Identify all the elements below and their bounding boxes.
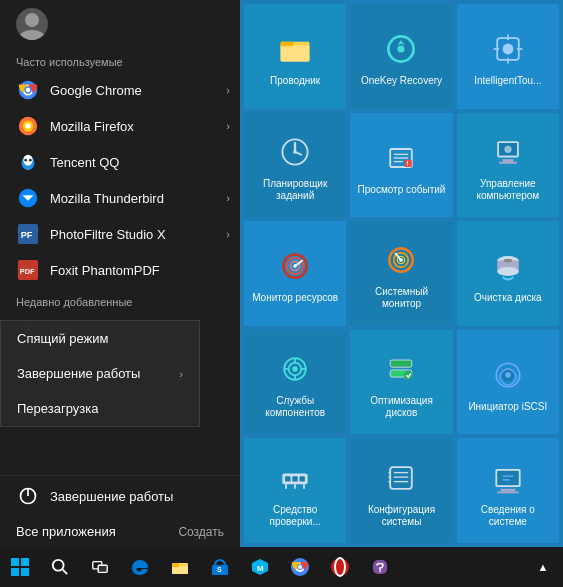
svg-rect-45 <box>499 162 517 164</box>
shutdown-arrow: › <box>179 368 183 380</box>
shutdown-submenu-button[interactable]: Завершение работы › <box>1 356 199 391</box>
power-button[interactable]: Завершение работы <box>0 476 240 516</box>
svg-rect-107 <box>172 563 179 567</box>
power-icon <box>16 484 40 508</box>
svg-rect-44 <box>502 159 513 162</box>
disk-optimizer-tile-icon <box>379 347 423 391</box>
qq-label: Tencent QQ <box>50 155 119 170</box>
bottom-section: Завершение работы Все приложения Создать <box>0 475 240 547</box>
notification-area[interactable]: ▲ <box>523 547 563 587</box>
svg-point-118 <box>379 571 381 573</box>
avatar <box>16 8 48 40</box>
search-button[interactable] <box>40 547 80 587</box>
tile-task-scheduler[interactable]: Планировщик заданий <box>244 113 346 218</box>
user-area[interactable] <box>0 0 240 48</box>
svg-text:S: S <box>217 566 222 573</box>
svg-point-76 <box>505 372 510 377</box>
svg-rect-84 <box>391 467 413 489</box>
tile-sys-config[interactable]: Конфигурация системы <box>350 438 452 543</box>
edge-button[interactable] <box>120 547 160 587</box>
tile-intellitouch[interactable]: IntelligentTou... <box>457 4 559 109</box>
computer-mgmt-tile-label: Управление компьютером <box>461 178 555 202</box>
system-monitor-tile-label: Системный монитор <box>354 286 448 310</box>
power-context-menu: Спящий режим Завершение работы › Перезаг… <box>0 320 200 427</box>
svg-point-57 <box>400 259 404 263</box>
viber-taskbar-button[interactable] <box>360 547 400 587</box>
tile-resource-monitor[interactable]: Монитор ресурсов <box>244 221 346 326</box>
app-chrome[interactable]: Google Chrome › <box>0 72 240 108</box>
svg-point-12 <box>29 159 32 162</box>
svg-rect-98 <box>21 558 29 566</box>
tile-memory-diag[interactable]: Средство проверки... <box>244 438 346 543</box>
chrome-taskbar-button[interactable] <box>280 547 320 587</box>
svg-rect-99 <box>11 568 19 576</box>
restart-button[interactable]: Перезагрузка <box>1 391 199 426</box>
explorer-tile-icon <box>273 27 317 71</box>
svg-rect-23 <box>281 46 310 62</box>
iscsi-tile-label: Инициатор iSCSI <box>468 401 547 413</box>
svg-point-28 <box>502 44 513 55</box>
disk-cleanup-tile-label: Очистка диска <box>474 292 542 304</box>
firefox-arrow: › <box>226 120 230 132</box>
sys-info-tile-label: Сведения о системе <box>461 504 555 528</box>
svg-rect-79 <box>292 476 297 481</box>
memory-diag-tile-icon <box>273 456 317 500</box>
chrome-label: Google Chrome <box>50 83 142 98</box>
opera-taskbar-button[interactable] <box>320 547 360 587</box>
thunderbird-label: Mozilla Thunderbird <box>50 191 164 206</box>
store-taskbar-button[interactable]: S <box>200 547 240 587</box>
system-monitor-tile-icon <box>379 238 423 282</box>
svg-rect-106 <box>172 566 188 574</box>
sleep-button[interactable]: Спящий режим <box>1 321 199 356</box>
svg-line-102 <box>63 570 67 575</box>
explorer-taskbar-button[interactable] <box>160 547 200 587</box>
tile-computer-mgmt[interactable]: Управление компьютером <box>457 113 559 218</box>
svg-point-61 <box>503 259 512 263</box>
svg-rect-69 <box>391 360 413 367</box>
tile-disk-optimizer[interactable]: Оптимизация дисков <box>350 330 452 435</box>
disk-optimizer-tile-label: Оптимизация дисков <box>354 395 448 419</box>
task-scheduler-tile-label: Планировщик заданий <box>248 178 342 202</box>
tile-onekey[interactable]: OneKey Recovery <box>350 4 452 109</box>
create-label: Создать <box>178 525 224 539</box>
svg-point-36 <box>293 150 297 154</box>
tile-disk-cleanup[interactable]: Очистка диска <box>457 221 559 326</box>
tile-system-monitor[interactable]: Системный монитор <box>350 221 452 326</box>
all-apps-row[interactable]: Все приложения Создать <box>0 516 240 547</box>
svg-point-101 <box>53 560 64 571</box>
tiles-panel: Проводник OneKey Recovery <box>240 0 563 547</box>
malwarebytes-button[interactable]: M <box>240 547 280 587</box>
photofiltre-arrow: › <box>226 228 230 240</box>
foxit-icon: PDF <box>16 258 40 282</box>
event-viewer-tile-icon: ! <box>379 136 423 180</box>
svg-rect-24 <box>281 42 294 47</box>
tile-component-services[interactable]: Службы компонентов <box>244 330 346 435</box>
resource-monitor-tile-icon <box>273 244 317 288</box>
app-photofiltre[interactable]: PF PhotoFiltre Studio X › <box>0 216 240 252</box>
shutdown-submenu-label: Завершение работы <box>17 366 140 381</box>
svg-point-73 <box>404 371 413 380</box>
task-view-button[interactable] <box>80 547 120 587</box>
chrome-icon <box>16 78 40 102</box>
svg-point-0 <box>25 13 39 27</box>
app-foxit[interactable]: PDF Foxit PhantomPDF <box>0 252 240 288</box>
photofiltre-icon: PF <box>16 222 40 246</box>
svg-point-26 <box>398 46 405 53</box>
svg-point-64 <box>292 366 297 371</box>
tile-sys-info[interactable]: Сведения о системе <box>457 438 559 543</box>
recent-section-label: Недавно добавленные <box>0 288 240 312</box>
task-scheduler-tile-icon <box>273 130 317 174</box>
intellitouch-tile-icon <box>486 27 530 71</box>
svg-rect-97 <box>11 558 19 566</box>
start-button[interactable] <box>0 547 40 587</box>
frequent-section-label: Часто используемые <box>0 48 240 72</box>
app-thunderbird[interactable]: Mozilla Thunderbird › <box>0 180 240 216</box>
app-firefox[interactable]: Mozilla Firefox › <box>0 108 240 144</box>
app-qq[interactable]: Tencent QQ <box>0 144 240 180</box>
tile-explorer[interactable]: Проводник <box>244 4 346 109</box>
svg-point-8 <box>25 123 31 129</box>
tile-event-viewer[interactable]: ! Просмотр событий <box>350 113 452 218</box>
sys-info-tile-icon <box>486 456 530 500</box>
taskbar: S M ▲ <box>0 547 563 587</box>
tile-iscsi[interactable]: Инициатор iSCSI <box>457 330 559 435</box>
